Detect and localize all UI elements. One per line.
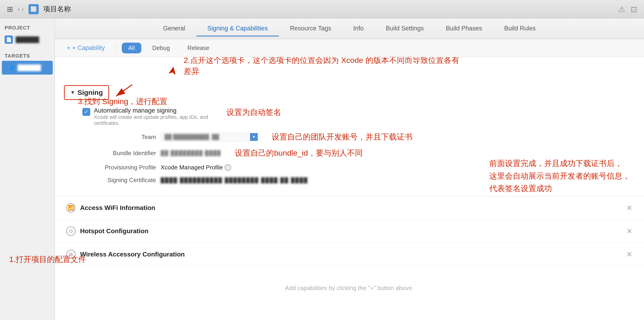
signing-fields: ✓ Automatically manage signing Xcode wil… xyxy=(64,107,635,184)
provisioning-info-icon[interactable]: ⓘ xyxy=(225,164,231,171)
filter-divider xyxy=(115,44,115,52)
main-layout: PROJECT 📄 ██████ TARGETS 🔷 ██████ Genera… xyxy=(0,18,644,320)
sidebar-item-project[interactable]: 📄 ██████ xyxy=(0,33,54,46)
auto-signing-sub: Xcode will create and update profiles, a… xyxy=(94,114,209,126)
signing-cert-label: Signing Certificate xyxy=(82,176,156,184)
team-value: ██ ██████████, ██ xyxy=(161,132,248,142)
annotation-step4: 设置为自动签名 xyxy=(226,107,281,118)
hotspot-icon: ⊙ xyxy=(66,226,76,236)
content-area: General Signing & Capabilities Resource … xyxy=(55,18,644,320)
svg-line-1 xyxy=(116,85,132,96)
tab-info[interactable]: Info xyxy=(342,21,375,36)
project-name: 项目名称 xyxy=(43,4,71,14)
annotation-step6: 设置自己的bundle_id，要与别人不同 xyxy=(235,148,362,158)
team-row: Team ██ ██████████, ██ ▼ 设置自己的团队开发账号，并且下… xyxy=(82,132,635,142)
provisioning-label: Provisioning Profile xyxy=(82,164,156,171)
bundle-id-label: Bundle Identifier xyxy=(82,150,156,157)
back-arrow[interactable]: ‹ xyxy=(18,6,20,13)
warning-icon: ⚠ xyxy=(618,4,625,14)
signing-title: Signing xyxy=(78,89,103,96)
red-arrow-svg xyxy=(114,82,137,101)
auto-signing-checkbox[interactable]: ✓ xyxy=(82,108,90,116)
provisioning-row: Provisioning Profile Xcode Managed Profi… xyxy=(82,164,635,171)
annotation-step5: 设置自己的团队开发账号，并且下载证书 xyxy=(272,132,412,142)
titlebar-right: ⚠ ⊡ xyxy=(618,4,637,14)
capability-left-hotspot: ⊙ Hotspot Configuration xyxy=(66,226,148,236)
tab-resource-tags[interactable]: Resource Tags xyxy=(279,21,342,36)
capability-item-wifi: 📶 Access WiFi Information ✕ xyxy=(55,196,644,220)
forward-arrow[interactable]: › xyxy=(22,6,24,13)
tab-build-phases[interactable]: Build Phases xyxy=(435,21,493,36)
project-file-icon: ⬜ xyxy=(28,4,39,14)
targets-section-label: TARGETS xyxy=(0,51,54,61)
provisioning-value-container: Xcode Managed Profile ⓘ xyxy=(161,164,231,171)
sidebar-target-name: ██████ xyxy=(18,64,41,71)
sidebar: PROJECT 📄 ██████ TARGETS 🔷 ██████ xyxy=(0,18,55,320)
capability-name-hotspot: Hotspot Configuration xyxy=(80,228,148,235)
capability-left-wifi: 📶 Access WiFi Information xyxy=(66,203,155,212)
filter-debug-button[interactable]: Debug xyxy=(146,42,176,54)
capability-left-wireless: ⊚ Wireless Accessory Configuration xyxy=(66,250,185,259)
target-icon: 🔷 xyxy=(6,64,15,72)
capability-item-hotspot: ⊙ Hotspot Configuration ✕ xyxy=(55,220,644,243)
filter-release-button[interactable]: Release xyxy=(181,42,216,54)
capability-close-wifi[interactable]: ✕ xyxy=(626,204,632,212)
footer-hint-text: Add capabilities by clicking the "+" but… xyxy=(285,284,414,292)
auto-signing-text-block: Automatically manage signing Xcode will … xyxy=(94,107,209,126)
signing-arrow-container xyxy=(114,82,137,102)
signing-cert-row: Signing Certificate ████ ██████████ ████… xyxy=(82,176,635,184)
wireless-icon: ⊚ xyxy=(66,250,76,259)
add-capability-button[interactable]: + + Capability xyxy=(63,42,109,54)
tab-build-rules[interactable]: Build Rules xyxy=(493,21,547,36)
sidebar-item-target[interactable]: 🔷 ██████ xyxy=(2,61,53,74)
annotation-step2: 2.点开这个选项卡，这个选项卡的位置会因为 Xcode 的版本不同而导致位置各有… xyxy=(184,57,460,77)
capability-name-wireless: Wireless Accessory Configuration xyxy=(80,251,185,258)
signing-title-box: ▼ Signing xyxy=(64,85,109,100)
capability-name-wifi: Access WiFi Information xyxy=(80,204,155,212)
team-dropdown-arrow[interactable]: ▼ xyxy=(250,133,258,141)
filter-all-button[interactable]: All xyxy=(122,42,141,54)
signing-cert-value: ████ ██████████ ████████ ████ ██ ████ xyxy=(161,177,308,183)
tab-general[interactable]: General xyxy=(152,21,196,36)
capability-item-wireless: ⊚ Wireless Accessory Configuration ✕ xyxy=(55,243,644,266)
capability-bar: + + Capability All Debug Release xyxy=(55,39,644,57)
tab-build-settings[interactable]: Build Settings xyxy=(375,21,435,36)
signing-section: 2.点开这个选项卡，这个选项卡的位置会因为 Xcode 的版本不同而导致位置各有… xyxy=(55,57,644,196)
project-icon: 📄 xyxy=(4,36,13,44)
tab-arrow: ➤ xyxy=(165,65,180,76)
footer-hint: Add capabilities by clicking the "+" but… xyxy=(55,266,644,310)
auto-signing-label: Automatically manage signing xyxy=(94,107,209,114)
titlebar: ⊞ ‹ › ⬜ 项目名称 ⚠ ⊡ xyxy=(0,0,644,18)
bundle-id-value: ██ ████████ ████ xyxy=(161,150,221,156)
team-label: Team xyxy=(82,134,156,141)
capability-close-hotspot[interactable]: ✕ xyxy=(626,227,632,236)
signing-header-row: ▼ Signing xyxy=(64,82,635,102)
project-section-label: PROJECT xyxy=(0,23,54,33)
auto-signing-row: ✓ Automatically manage signing Xcode wil… xyxy=(82,107,635,126)
sidebar-project-name: ██████ xyxy=(16,36,39,43)
triangle-icon: ▼ xyxy=(70,90,75,96)
capability-close-wireless[interactable]: ✕ xyxy=(626,250,632,259)
bundle-id-row: Bundle Identifier ██ ████████ ████ 设置自己的… xyxy=(82,148,635,158)
provisioning-value: Xcode Managed Profile xyxy=(161,164,223,171)
nav-arrows: ‹ › xyxy=(18,6,24,13)
plus-icon: + xyxy=(67,44,70,52)
team-value-container: ██ ██████████, ██ ▼ xyxy=(161,132,258,142)
expand-icon[interactable]: ⊡ xyxy=(631,4,637,14)
tab-signing[interactable]: Signing & Capabilities xyxy=(196,21,279,36)
grid-icon[interactable]: ⊞ xyxy=(7,5,13,14)
tab-bar: General Signing & Capabilities Resource … xyxy=(55,18,644,39)
content-scroll[interactable]: 2.点开这个选项卡，这个选项卡的位置会因为 Xcode 的版本不同而导致位置各有… xyxy=(55,57,644,320)
add-capability-label: + Capability xyxy=(72,44,105,52)
wifi-icon: 📶 xyxy=(66,203,76,212)
